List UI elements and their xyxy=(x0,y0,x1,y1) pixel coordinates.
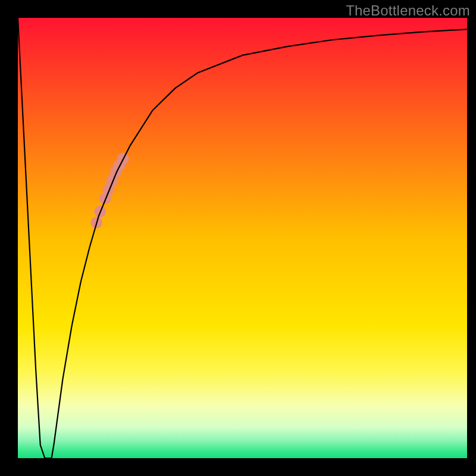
watermark-text: TheBottleneck.com xyxy=(346,2,470,19)
chart-frame: TheBottleneck.com xyxy=(0,0,476,476)
bottleneck-curve xyxy=(18,18,467,458)
plot-area xyxy=(18,18,467,458)
bottleneck-curve-svg xyxy=(18,18,467,458)
